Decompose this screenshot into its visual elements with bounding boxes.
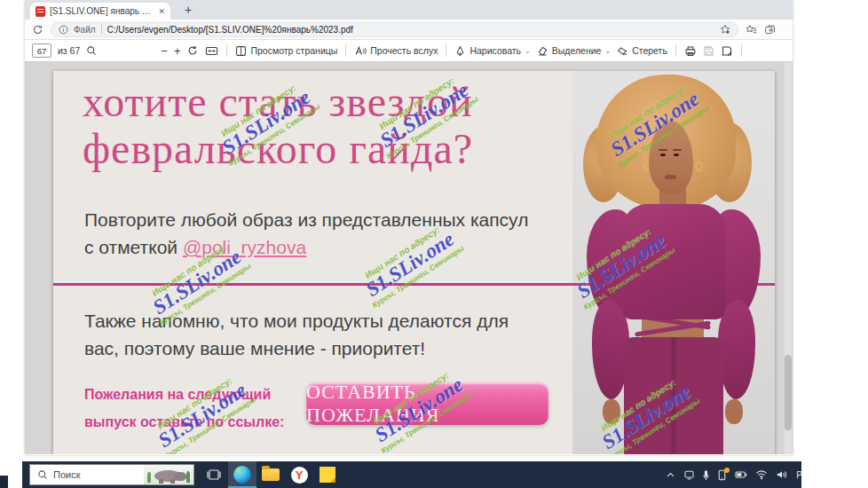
heading-line1: хотите стать звездой — [83, 78, 473, 125]
info-icon — [59, 25, 68, 35]
start-button-fragment[interactable] — [0, 476, 8, 488]
page-total-label: из 67 — [58, 45, 80, 56]
address-field[interactable]: Файл C:/Users/evgen/Desktop/[S1.SLIV.ONE… — [51, 22, 738, 37]
tray-chevron-icon[interactable] — [666, 470, 675, 480]
yandex-logo: Y — [291, 467, 308, 484]
leave-wishes-button[interactable]: ОСТАВИТЬ ПОЖЕЛАНИЯ — [306, 382, 548, 425]
edge-logo — [233, 466, 251, 484]
collections-icon[interactable] — [764, 24, 776, 35]
search-highlight-image[interactable] — [144, 465, 193, 484]
cta-text: Пожелания на следующий выпуск оставьте п… — [84, 381, 284, 436]
page-title: хотите стать звездой февральского гайда? — [83, 78, 593, 172]
pen-icon — [454, 45, 466, 57]
highlight-button[interactable]: Выделение ⌄ — [537, 45, 611, 57]
sticky-notes-logo — [320, 467, 335, 483]
new-tab-button[interactable]: + — [180, 2, 196, 18]
pink-divider-line — [53, 283, 775, 286]
pill-separator — [101, 25, 102, 34]
save-icon[interactable] — [703, 45, 714, 57]
address-scheme-label: Файл — [74, 25, 96, 35]
wifi-icon[interactable] — [755, 469, 768, 480]
task-view-button[interactable] — [200, 461, 228, 488]
cta-line1: Пожелания на следующий — [84, 387, 271, 402]
read-aloud-label: Прочесть вслух — [370, 45, 438, 56]
draw-button[interactable]: Нарисовать ⌄ — [454, 45, 530, 57]
page-view-button[interactable]: Просмотр страницы — [235, 45, 337, 57]
taskbar-sticky-notes-icon[interactable] — [313, 461, 342, 488]
language-indicator[interactable]: РУ — [796, 470, 801, 480]
folder-logo — [262, 468, 280, 481]
zoom-in-button[interactable]: + — [174, 44, 181, 58]
tab-close-icon[interactable]: ✕ — [158, 7, 165, 16]
highlighter-icon — [537, 45, 548, 57]
system-tray: РУ — [666, 469, 801, 481]
usb-device-icon[interactable] — [703, 469, 709, 481]
print-icon[interactable] — [684, 45, 697, 57]
pdf-viewer: хотите стать звездой февральского гайда?… — [25, 62, 793, 454]
address-bar: Файл C:/Users/evgen/Desktop/[S1.SLIV.ONE… — [25, 20, 793, 40]
highlight-label: Выделение — [552, 45, 602, 56]
paragraph-1: Повторите любой образ из представленных … — [84, 206, 533, 261]
cta-line2: выпуск оставьте по ссылке: — [84, 414, 284, 429]
heading-line2: февральского гайда? — [83, 125, 473, 172]
pdf-page: хотите стать звездой февральского гайда?… — [53, 71, 775, 454]
page-view-label: Просмотр страницы — [250, 45, 337, 56]
erase-button[interactable]: Стереть — [617, 45, 667, 57]
tab-pdf[interactable]: [S1.SLIV.ONE] январь 23.pdf ✕ — [30, 3, 170, 20]
meet-now-icon[interactable] — [683, 469, 695, 480]
highlight-chevron-icon[interactable]: ⌄ — [604, 47, 611, 55]
taskbar-search-box[interactable]: Поиск — [29, 464, 194, 485]
search-placeholder: Поиск — [53, 469, 138, 480]
erase-label: Стереть — [632, 45, 667, 56]
instagram-handle-link[interactable]: @poli_ryzhova — [183, 237, 306, 257]
paragraph-1-text: Повторите любой образ из представленных … — [84, 209, 528, 257]
notification-badge — [724, 468, 730, 473]
volume-icon[interactable] — [776, 469, 788, 480]
page-number-input[interactable] — [32, 43, 51, 58]
rotate-icon[interactable] — [186, 44, 199, 57]
taskbar-yandex-icon[interactable]: Y — [285, 461, 313, 488]
refresh-icon[interactable] — [32, 24, 43, 35]
address-url: C:/Users/evgen/Desktop/[S1.SLIV.ONE]%20я… — [107, 25, 353, 35]
taskbar-explorer-icon[interactable] — [256, 461, 285, 488]
taskbar-edge-icon[interactable] — [228, 461, 256, 488]
read-aloud-button[interactable]: Прочесть вслух — [354, 45, 438, 57]
scrollbar-thumb[interactable] — [785, 355, 792, 430]
save-as-icon[interactable] — [721, 45, 733, 57]
pdf-toolbar: из 67 − + Просмотр страницы Прочесть всл… — [25, 40, 793, 62]
search-icon — [37, 469, 48, 480]
browser-window: [S1.SLIV.ONE] январь 23.pdf ✕ + Файл C:/… — [25, 0, 793, 455]
favorite-star-icon[interactable] — [720, 24, 730, 35]
paragraph-2: Также напомню, что мои продукты делаются… — [84, 307, 533, 362]
draw-chevron-icon[interactable]: ⌄ — [525, 47, 531, 55]
page-view-icon — [235, 45, 247, 57]
tab-title: [S1.SLIV.ONE] январь 23.pdf — [50, 6, 154, 16]
zoom-out-button[interactable]: − — [161, 44, 168, 58]
read-aloud-icon — [354, 45, 367, 57]
phone-notification-icon[interactable] — [717, 469, 727, 481]
pdf-file-icon — [36, 6, 45, 17]
favorites-bar-icon[interactable] — [746, 24, 757, 35]
tab-strip: [S1.SLIV.ONE] январь 23.pdf ✕ + — [25, 0, 793, 20]
model-photo — [572, 71, 775, 454]
search-icon[interactable] — [86, 45, 97, 56]
fit-page-icon[interactable] — [205, 45, 218, 57]
taskbar: Поиск Y РУ — [22, 461, 801, 488]
draw-label: Нарисовать — [470, 45, 521, 56]
eraser-icon — [617, 45, 628, 57]
battery-icon[interactable] — [735, 469, 747, 480]
screen: [S1.SLIV.ONE] январь 23.pdf ✕ + Файл C:/… — [0, 0, 868, 488]
